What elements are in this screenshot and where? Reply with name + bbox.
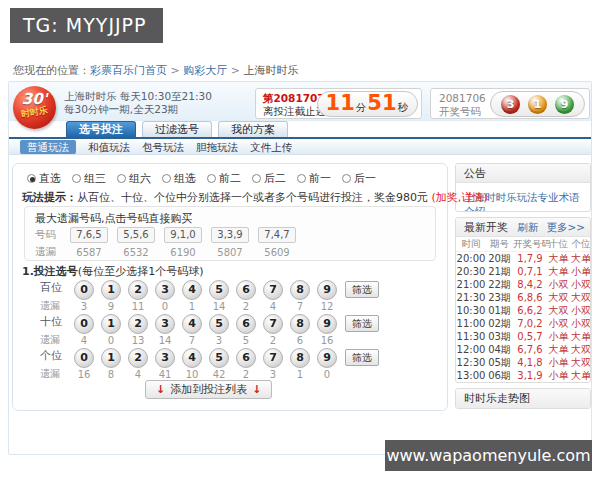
omission-value: 3 [263, 369, 283, 380]
more-link[interactable]: 更多>> [546, 218, 585, 237]
playtype-option-4[interactable]: 组选 [162, 171, 196, 186]
position-row: 十位遗漏04102133144753657286916筛选 [22, 314, 440, 348]
number-ball-0[interactable]: 0 [74, 280, 94, 300]
max-omission-number[interactable]: 7,4,7 [258, 227, 296, 243]
tab-3[interactable]: 我的方案 [218, 121, 288, 137]
result-row: 12:3005期4,1,8小单大双 [456, 356, 591, 369]
playtype-option-8[interactable]: 后一 [342, 171, 376, 186]
ball-cell: 19 [101, 280, 121, 312]
result-cell: 21期 [486, 265, 513, 278]
number-ball-5[interactable]: 5 [209, 314, 229, 334]
omission-value: 41 [155, 369, 175, 380]
omission-value: 16 [74, 369, 94, 380]
number-ball-1[interactable]: 1 [101, 314, 121, 334]
filter-button[interactable]: 筛选 [345, 349, 379, 366]
number-ball-4[interactable]: 4 [182, 280, 202, 300]
playtype-option-1[interactable]: 直选 [27, 171, 61, 186]
result-row: 20:0020期1,7,9大单大单 [456, 252, 591, 266]
omission-value: 14 [155, 335, 175, 346]
subtab-2[interactable]: 和值玩法 [88, 140, 130, 154]
max-omission-number[interactable]: 5,5,6 [117, 227, 155, 243]
number-ball-1[interactable]: 1 [101, 348, 121, 368]
number-ball-2[interactable]: 2 [128, 314, 148, 334]
ball-cell: 86 [290, 314, 310, 346]
max-omission-value: 6190 [164, 247, 202, 258]
number-ball-6[interactable]: 6 [236, 314, 256, 334]
max-omission-row2-label: 遗漏 [35, 245, 61, 259]
result-row: 20:3021期0,7,1大单小单 [456, 265, 591, 278]
omission-value: 7 [290, 301, 310, 312]
number-ball-9[interactable]: 9 [317, 348, 337, 368]
number-ball-9[interactable]: 9 [317, 314, 337, 334]
radio-icon [117, 174, 126, 183]
subtab-1[interactable]: 普通玩法 [20, 140, 76, 154]
number-ball-7[interactable]: 7 [263, 314, 283, 334]
number-ball-6[interactable]: 6 [236, 280, 256, 300]
playtype-option-2[interactable]: 组三 [72, 171, 106, 186]
tab-2[interactable]: 过滤选号 [142, 121, 212, 137]
number-ball-9[interactable]: 9 [317, 280, 337, 300]
breadcrumb-link[interactable]: 购彩大厅 [183, 64, 227, 77]
number-ball-8[interactable]: 8 [290, 348, 310, 368]
ball-cell: 30 [155, 280, 175, 312]
playtype-option-6[interactable]: 后二 [252, 171, 286, 186]
ball-cell: 62 [236, 348, 256, 380]
omission-label: 遗漏 [40, 299, 68, 313]
subtab-3[interactable]: 包号玩法 [142, 140, 184, 154]
result-cell: 06期 [486, 369, 513, 382]
subtab-5[interactable]: 文件上传 [250, 140, 292, 154]
result-cell: 1,7,9 [513, 252, 547, 266]
number-ball-5[interactable]: 5 [209, 280, 229, 300]
result-cell: 大单 [547, 265, 570, 278]
number-ball-1[interactable]: 1 [101, 280, 121, 300]
result-cell: 21:30 [456, 291, 486, 304]
result-cell: 04期 [486, 343, 513, 356]
result-cell: 05期 [486, 356, 513, 369]
number-ball-8[interactable]: 8 [290, 280, 310, 300]
result-cell: 6,8,6 [513, 291, 547, 304]
number-ball-4[interactable]: 4 [182, 314, 202, 334]
omission-value: 1 [182, 301, 202, 312]
ball-cell: 03 [74, 280, 94, 312]
max-omission-value: 5609 [258, 247, 296, 258]
result-cell: 大单 [547, 252, 570, 266]
number-ball-6[interactable]: 6 [236, 348, 256, 368]
number-ball-0[interactable]: 0 [74, 314, 94, 334]
playtype-option-3[interactable]: 组六 [117, 171, 151, 186]
max-omission-row1-label: 号码 [35, 228, 61, 242]
result-cell: 大双 [570, 343, 591, 356]
filter-button[interactable]: 筛选 [345, 315, 379, 332]
playtype-option-7[interactable]: 前一 [297, 171, 331, 186]
bonus-detail-link[interactable]: (加奖,详情) [432, 191, 488, 204]
subtab-4[interactable]: 胆拖玩法 [196, 140, 238, 154]
ball-cell: 90 [317, 348, 337, 380]
number-ball-3[interactable]: 3 [155, 314, 175, 334]
number-ball-4[interactable]: 4 [182, 348, 202, 368]
number-ball-3[interactable]: 3 [155, 348, 175, 368]
trend-chart-header[interactable]: 时时乐走势图 [456, 389, 590, 408]
number-ball-5[interactable]: 5 [209, 348, 229, 368]
refresh-link[interactable]: 刷新 [517, 218, 538, 237]
omission-value: 7 [182, 335, 202, 346]
number-ball-3[interactable]: 3 [155, 280, 175, 300]
number-ball-8[interactable]: 8 [290, 314, 310, 334]
announcement-title: 公告 [464, 164, 486, 183]
countdown-timer: 11 分 51 秒 [317, 91, 418, 117]
playtype-option-5[interactable]: 前二 [207, 171, 241, 186]
number-ball-2[interactable]: 2 [128, 280, 148, 300]
ball-cell: 314 [155, 314, 175, 346]
max-omission-number[interactable]: 7,6,5 [70, 227, 108, 243]
number-ball-2[interactable]: 2 [128, 348, 148, 368]
add-to-list-button[interactable]: ↓ 添加到投注列表 ↓ [145, 380, 272, 399]
playtype-label: 组选 [174, 171, 196, 186]
result-row: 12:0004期6,7,6大单大双 [456, 343, 591, 356]
breadcrumb-link[interactable]: 彩票百乐门首页 [90, 64, 167, 77]
max-omission-number[interactable]: 9,1,0 [164, 227, 202, 243]
result-cell: 大双 [570, 291, 591, 304]
filter-button[interactable]: 筛选 [345, 281, 379, 298]
number-ball-7[interactable]: 7 [263, 280, 283, 300]
number-ball-0[interactable]: 0 [74, 348, 94, 368]
max-omission-number[interactable]: 3,3,9 [211, 227, 249, 243]
number-ball-7[interactable]: 7 [263, 348, 283, 368]
tab-1[interactable]: 选号投注 [66, 121, 136, 137]
